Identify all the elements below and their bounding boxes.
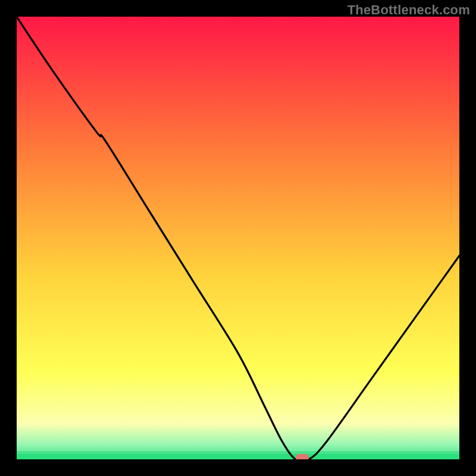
bottleneck-curve bbox=[17, 17, 459, 459]
optimal-marker bbox=[296, 454, 309, 459]
chart-frame: TheBottleneck.com bbox=[0, 0, 476, 476]
watermark-text: TheBottleneck.com bbox=[347, 2, 470, 18]
plot-area bbox=[17, 17, 459, 459]
